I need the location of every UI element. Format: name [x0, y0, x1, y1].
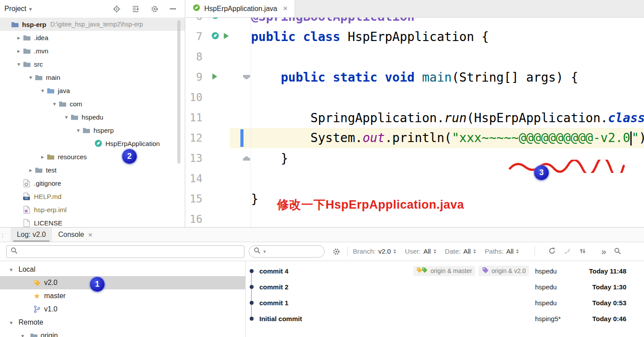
tree-item-src[interactable]: ▾src [0, 57, 185, 71]
close-icon[interactable]: × [283, 4, 288, 13]
filter-branch[interactable]: Branch:v2.0 [353, 247, 396, 255]
code-editor[interactable]: 6@SpringBootApplication7public class Hsp… [186, 18, 644, 227]
folder-icon [35, 167, 45, 173]
find-icon[interactable] [614, 247, 621, 255]
spring-gutter-icon[interactable] [211, 18, 219, 21]
project-tool-title[interactable]: Project [4, 5, 26, 13]
tree-item-idea[interactable]: ▸.idea [0, 31, 185, 44]
chevron-down-icon[interactable]: ▾ [26, 74, 35, 81]
ref-label-origin-v2-0[interactable]: origin & v2.0 [479, 266, 529, 276]
chevron-right-icon[interactable]: ▸ [15, 34, 23, 41]
line-number: 15 [186, 193, 202, 205]
branch-group-remote[interactable]: ▾Remote [0, 316, 245, 329]
chevron-right-icon[interactable]: ▸ [38, 154, 47, 160]
branch-group-local[interactable]: ▾Local [0, 263, 245, 276]
chevron-right-icon[interactable]: ▸ [26, 167, 35, 173]
commit-date: Today 1:30 [577, 283, 626, 291]
tree-item-help-md[interactable]: MDHELP.md [0, 190, 185, 203]
chevron-right-icon[interactable]: ▸ [15, 48, 23, 54]
chevron-down-icon[interactable]: ▾ [21, 333, 30, 337]
code-line-10[interactable]: 10 [186, 87, 644, 108]
log-content: ▾Localv2.0★masterv1.0▾Remote▾origin comm… [0, 261, 644, 337]
spring-gutter-icon[interactable] [211, 32, 219, 41]
commit-row-commit-1[interactable]: commit 1hspeduToday 0:53 [246, 295, 644, 311]
tree-item-hsperp[interactable]: ▾hsperp [0, 124, 185, 137]
branch-item-master[interactable]: ★master [0, 289, 245, 303]
filter-date[interactable]: Date:All [445, 247, 476, 255]
chevron-down-icon[interactable]: ▾ [29, 6, 32, 12]
tree-item-label: HspErpApplication [105, 140, 160, 147]
run-icon[interactable] [223, 32, 229, 41]
tab-log-v2-0[interactable]: Log: v2.0 [11, 228, 52, 242]
tree-item-label: .mvn [34, 47, 49, 55]
commit-row-commit-4[interactable]: commit 4origin & masterorigin & v2.0hspe… [246, 263, 644, 279]
commit-message: commit 4 [259, 267, 288, 275]
show-more-icon[interactable]: » [601, 247, 606, 256]
editor-tabbar: HspErpApplication.java × [186, 0, 644, 18]
commit-row-initial-commit[interactable]: Initial commithsping5*Today 0:46 [246, 311, 644, 326]
hide-icon[interactable] [170, 8, 176, 10]
chevron-down-icon[interactable]: ▾ [15, 61, 23, 67]
branch-item-v2-0[interactable]: v2.0 [0, 276, 245, 289]
chevron-down-icon[interactable]: ▾ [10, 319, 19, 326]
code-line-7[interactable]: 7public class HspErpApplication { [186, 26, 644, 47]
code-line-6[interactable]: 6@SpringBootApplication [186, 18, 644, 26]
commit-author: hsping5* [535, 315, 577, 322]
chevron-down-icon[interactable]: ▾ [38, 87, 47, 94]
tree-item-java[interactable]: ▾java [0, 84, 185, 97]
fold-column [230, 67, 251, 87]
filter-paths[interactable]: Paths:All [485, 247, 519, 255]
locate-icon[interactable] [113, 5, 120, 13]
ref-label-origin-master[interactable]: origin & master [413, 266, 475, 276]
tree-item-hspedu[interactable]: ▾hspedu [0, 110, 185, 124]
code-line-9[interactable]: 9 public static void main(String[] args)… [186, 67, 644, 87]
project-scrollbar[interactable] [177, 20, 180, 164]
filter-user[interactable]: User:All [405, 247, 436, 255]
commit-row-commit-2[interactable]: commit 2hspeduToday 1:30 [246, 279, 644, 295]
tree-item-hsp-erp-iml[interactable]: hsp-erp.iml [0, 203, 185, 216]
red-wavy-underline [507, 160, 626, 173]
tree-item-main[interactable]: ▾main [0, 71, 185, 84]
code-line-8[interactable]: 8 [186, 47, 644, 67]
tree-item-resources[interactable]: ▸resources [0, 150, 185, 163]
branch-search-field[interactable] [6, 245, 244, 258]
fold-column [230, 47, 251, 67]
collapse-all-icon[interactable] [132, 5, 139, 13]
commit-date: Today 0:46 [577, 315, 626, 322]
commit-author: hspedu [535, 267, 577, 275]
fold-marker-icon[interactable] [243, 156, 250, 161]
tree-item-hsperpapplication[interactable]: HspErpApplication [0, 137, 185, 150]
chevron-down-icon[interactable]: ▾ [10, 266, 19, 273]
file-icon [23, 219, 33, 227]
branch-item-v1-0[interactable]: v1.0 [0, 303, 245, 316]
run-icon[interactable] [211, 73, 218, 82]
settings-icon[interactable] [333, 248, 340, 255]
branch-item-origin[interactable]: ▾origin [0, 329, 245, 337]
tab-console[interactable]: Console× [52, 228, 99, 242]
spinner-icon [393, 249, 396, 254]
tree-item-hsp-erp[interactable]: hsp-erpD:\gitee_hsp_java_temp2\hsp-erp [0, 18, 185, 31]
paint-roller-icon[interactable] [564, 247, 571, 255]
folder-icon [35, 74, 45, 81]
tree-item-com[interactable]: ▾com [0, 97, 185, 110]
toolbar-divider [535, 247, 535, 256]
toolwindow-tabbar: : Log: v2.0Console× [0, 228, 644, 242]
close-icon[interactable]: × [88, 231, 93, 239]
compare-icon[interactable] [579, 247, 586, 255]
tree-item-license[interactable]: LICENSE [0, 216, 185, 227]
tree-item-label: hsp-erp.iml [34, 206, 67, 213]
tree-item-gitignore[interactable]: .gitignore [0, 176, 185, 190]
callout-badge-1: 1 [90, 277, 105, 292]
chevron-down-icon[interactable]: ▾ [50, 101, 59, 107]
editor-tab[interactable]: HspErpApplication.java × [186, 0, 295, 17]
refresh-icon[interactable] [548, 247, 556, 255]
tree-item-test[interactable]: ▸test [0, 163, 185, 176]
fold-marker-icon[interactable] [243, 75, 250, 80]
tree-item-mvn[interactable]: ▸.mvn [0, 44, 185, 57]
code-line-11[interactable]: 11 SpringApplication.run(HspErpApplicati… [186, 108, 644, 128]
chevron-down-icon[interactable]: ▾ [62, 114, 71, 120]
chevron-down-icon[interactable]: ▾ [74, 127, 82, 134]
settings-icon[interactable] [151, 5, 158, 13]
log-filter-field[interactable]: ▾ [249, 245, 325, 258]
code-line-12[interactable]: 12 System.out.println("xxx~~~~~@@@@@@@@@… [186, 128, 644, 148]
